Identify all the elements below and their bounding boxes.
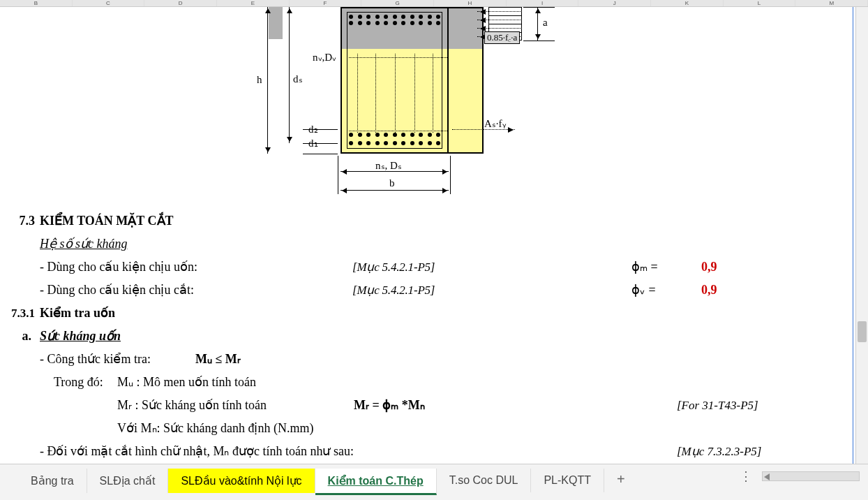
tab-tso-coc-dul[interactable]: T.so Coc DUL <box>437 469 532 492</box>
phi-v-text: - Dùng cho cấu kiện chịu cắt: <box>40 279 194 302</box>
label-a: a <box>543 17 548 29</box>
row-mn-def: Với Mₙ: Sức kháng danh định (N.mm) <box>3 417 832 440</box>
sec-num-73: 7.3 <box>3 209 35 233</box>
col-m[interactable]: M <box>795 0 868 6</box>
sec-title-731: Kiểm tra uốn <box>40 302 115 325</box>
col-k[interactable]: K <box>651 0 724 6</box>
horiz-dash-top <box>349 57 449 58</box>
tab-kiem-toan-cthep[interactable]: Kiểm toán C.Thép <box>315 469 437 495</box>
phi-m-val: 0,9 <box>701 256 717 279</box>
phi-m-sym: ϕₘ = <box>631 256 658 279</box>
comp-arrow1 <box>477 11 521 12</box>
label-d2: d₂ <box>308 123 318 135</box>
col-i[interactable]: I <box>507 0 579 6</box>
tab-pl-kqtt[interactable]: PL-KQTT <box>531 469 604 492</box>
label-b: b <box>389 177 395 189</box>
vdash1 <box>357 54 358 133</box>
comp-arrow2 <box>477 20 521 20</box>
tabs-right-controls: ⋮ <box>740 469 868 484</box>
sec-title-a: Sức kháng uốn <box>40 325 121 348</box>
sheet-tabs: Bảng tra SLĐịa chất SLĐầu vào&tính Nội l… <box>0 464 868 500</box>
phi-m-text: - Dùng cho cấu kiện chịu uốn: <box>40 256 197 279</box>
hatch-line2 <box>488 24 522 24</box>
dim-ds-line <box>289 7 290 143</box>
col-d[interactable]: D <box>144 0 217 6</box>
top-bars-row1 <box>349 15 440 19</box>
bot-bars-row2 <box>349 141 440 145</box>
sec-num-a: a. <box>0 325 31 348</box>
scrollbar-thumb[interactable] <box>858 321 867 342</box>
phi-v-val: 0,9 <box>701 279 717 302</box>
col-e[interactable]: E <box>217 0 290 6</box>
mr-ref: [For 31-T43-P5] <box>677 394 758 417</box>
section-outline: nᵥ,Dᵥ <box>341 7 449 154</box>
dim-b <box>341 190 449 191</box>
dim-a <box>537 7 538 41</box>
row-heso: Hệ số sức kháng <box>3 233 832 256</box>
label-ds: dₛ <box>293 73 303 85</box>
col-b[interactable]: B <box>0 0 73 6</box>
comp-arrow3 <box>477 28 521 29</box>
row-trongdo: Trong đó: Mᵤ : Mô men uốn tính toán <box>3 371 832 394</box>
tick-a-bot <box>523 41 555 41</box>
phi-m-ref: [Mục 5.4.2.1-P5] <box>352 256 435 279</box>
horiz-dash-bot <box>349 131 449 131</box>
row-formula-check: - Công thức kiểm tra: Mᵤ ≤ Mᵣ <box>3 348 832 371</box>
hatch-line1 <box>488 15 522 16</box>
heso-label: Hệ số sức kháng <box>40 233 128 256</box>
vdash4 <box>414 54 415 133</box>
row-phi-m: - Dùng cho cấu kiện chịu uốn: [Mục 5.4.2… <box>3 256 832 279</box>
col-j[interactable]: J <box>578 0 651 6</box>
mn-def: Với Mₙ: Sức kháng danh định (N.mm) <box>117 417 313 440</box>
phi-v-ref: [Mục 5.4.2.1-P5] <box>352 279 435 302</box>
tick-b-right <box>450 156 451 194</box>
horizontal-scrollbar[interactable] <box>762 471 860 481</box>
label-ns-ds: nₛ, Dₛ <box>375 159 402 172</box>
label-as-fy: Aₛ·fᵧ <box>484 117 507 130</box>
mu-def: Mᵤ : Mô men uốn tính toán <box>117 371 256 394</box>
tick-b-left <box>338 156 338 194</box>
heading-7-3: 7.3 KIỂM TOÁN MẶT CẮT <box>3 209 832 233</box>
row-phi-v: - Dùng cho cấu kiện chịu cắt: [Mục 5.4.2… <box>3 279 832 302</box>
tab-bang-tra[interactable]: Bảng tra <box>18 469 87 493</box>
col-f[interactable]: F <box>290 0 362 6</box>
col-g[interactable]: G <box>361 0 434 6</box>
tick-bottom <box>303 154 338 154</box>
col-h[interactable]: H <box>434 0 507 6</box>
vdash3 <box>395 54 396 133</box>
top-bars-row2 <box>349 21 440 25</box>
sec-title-73: KIỂM TOÁN MẶT CẮT <box>40 209 174 233</box>
vdash5 <box>433 54 433 133</box>
rect-line: - Đối với mặt cắt hình chữ nhật, Mₙ được… <box>40 440 354 463</box>
col-c[interactable]: C <box>73 0 145 6</box>
vdash2 <box>375 54 376 133</box>
sec-num-731: 7.3.1 <box>3 302 35 325</box>
heading-7-3-1: 7.3.1 Kiểm tra uốn <box>3 302 832 325</box>
mr-def: Mᵣ : Sức kháng uốn tính toán <box>117 394 267 417</box>
label-d1: d₁ <box>308 137 318 149</box>
tab-sl-dia-chat[interactable]: SLĐịa chất <box>87 469 169 493</box>
label-comp: 0.85·f꜀·a <box>484 31 520 44</box>
row-rect: - Đối với mặt cắt hình chữ nhật, Mₙ được… <box>3 440 832 463</box>
vertical-scrollbar[interactable] <box>855 7 868 464</box>
rect-ref: [Mục 7.3.2.3-P5] <box>677 440 761 463</box>
bot-bars-row1 <box>349 133 440 137</box>
dim-h-line <box>267 7 268 154</box>
worksheet-content: h dₛ d₂ d₁ nᵥ,Dᵥ <box>0 7 853 464</box>
label-h: h <box>257 74 262 86</box>
left-grey-block <box>269 7 283 39</box>
heading-a: a. Sức kháng uốn <box>3 325 832 348</box>
tab-sl-dau-vao[interactable]: SLĐầu vào&tính Nội lực <box>168 469 315 493</box>
row-mr-def: Mᵣ : Sức kháng uốn tính toán Mᵣ = ϕₘ *Mₙ… <box>3 394 832 417</box>
mr-eq: Mᵣ = ϕₘ *Mₙ <box>354 394 425 417</box>
column-headers: B C D E F G H I J K L M <box>0 0 868 7</box>
tabs-menu-icon[interactable]: ⋮ <box>740 469 752 484</box>
col-l[interactable]: L <box>724 0 796 6</box>
formula-chk-expr: Mᵤ ≤ Mᵣ <box>195 348 241 371</box>
label-nv-dv: nᵥ,Dᵥ <box>313 51 336 64</box>
add-sheet-button[interactable]: + <box>604 469 638 490</box>
formula-chk-label: - Công thức kiểm tra: <box>40 348 151 371</box>
hscroll-left-icon[interactable] <box>764 473 770 480</box>
cross-section-diagram: h dₛ d₂ d₁ nᵥ,Dᵥ <box>265 7 593 203</box>
tick-a-top <box>523 7 555 8</box>
